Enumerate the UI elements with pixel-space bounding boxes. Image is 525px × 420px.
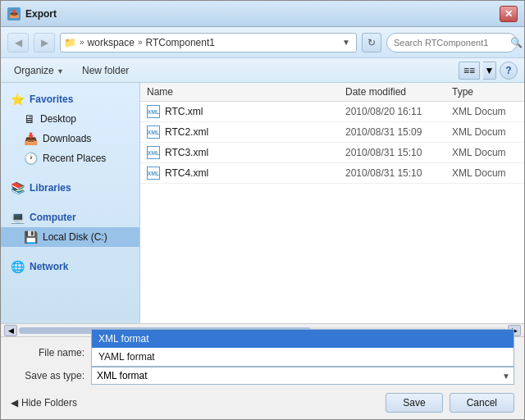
localdisk-label: Local Disk (C:) xyxy=(43,231,107,243)
sidebar-section-favorites: ⭐ Favorites 🖥 Desktop 📥 Downloads 🕐 Rece… xyxy=(1,89,139,168)
organize-label: Organize xyxy=(14,65,54,76)
file-name: RTC.xml xyxy=(165,106,345,117)
titlebar-left: 📤 Export xyxy=(7,7,57,21)
col-header-type: Type xyxy=(452,86,518,98)
savetype-dropdown-container: XML format ▼ XML format YAML format xyxy=(91,367,514,385)
recent-label: Recent Places xyxy=(43,153,106,164)
savetype-label: Save as type: xyxy=(11,370,84,381)
divider3 xyxy=(1,250,139,257)
hide-folders-button[interactable]: ◀ Hide Folders xyxy=(11,397,77,409)
hide-folders-icon: ◀ xyxy=(11,397,18,409)
cancel-button[interactable]: Cancel xyxy=(450,393,514,413)
export-dialog: 📤 Export ✕ ◀ ▶ 📁 » workspace » RTCompone… xyxy=(0,0,525,420)
hide-folders-label: Hide Folders xyxy=(21,397,77,409)
view-arrow-icon: ▼ xyxy=(485,65,495,76)
refresh-button[interactable]: ↻ xyxy=(362,33,381,52)
view-button[interactable]: ≡≡ xyxy=(459,62,480,80)
downloads-label: Downloads xyxy=(43,133,91,144)
search-icon: 🔍 xyxy=(510,37,523,48)
forward-icon: ▶ xyxy=(41,37,48,48)
sidebar-header-favorites[interactable]: ⭐ Favorites xyxy=(1,89,139,109)
forward-button[interactable]: ▶ xyxy=(34,33,55,52)
table-row[interactable]: XML RTC3.xml 2010/08/31 15:10 XML Docum xyxy=(140,143,524,163)
scroll-left-button[interactable]: ◀ xyxy=(4,325,17,336)
new-folder-button[interactable]: New folder xyxy=(75,63,135,78)
table-row[interactable]: XML RTC4.xml 2010/08/31 15:10 XML Docum xyxy=(140,163,524,184)
help-button[interactable]: ? xyxy=(500,62,518,80)
savetype-select[interactable]: XML format ▼ xyxy=(91,367,514,385)
path-component: RTComponent1 xyxy=(145,37,215,48)
computer-label: Computer xyxy=(30,212,76,223)
recent-icon: 🕐 xyxy=(24,152,38,165)
titlebar: 📤 Export ✕ xyxy=(1,1,524,27)
xml-file-icon: XML xyxy=(147,126,160,139)
xml-file-icon: XML xyxy=(147,146,160,159)
view-icon: ≡≡ xyxy=(463,65,475,76)
savetype-dropdown-menu: XML format YAML format xyxy=(91,329,514,367)
file-name: RTC3.xml xyxy=(165,147,345,158)
favorites-label: Favorites xyxy=(30,94,73,105)
sidebar-item-localdisk[interactable]: 💾 Local Disk (C:) xyxy=(1,227,139,247)
dropdown-option-yaml[interactable]: YAML format xyxy=(92,348,514,366)
sidebar-item-recent[interactable]: 🕐 Recent Places xyxy=(1,148,139,168)
file-date: 2010/08/31 15:10 xyxy=(345,147,452,158)
main-area: ⭐ Favorites 🖥 Desktop 📥 Downloads 🕐 Rece… xyxy=(1,83,524,323)
sidebar-section-libraries: 📚 Libraries xyxy=(1,178,139,198)
dropdown-option-xml[interactable]: XML format xyxy=(92,330,514,348)
table-row[interactable]: XML RTC.xml 2010/08/20 16:11 XML Docum xyxy=(140,102,524,122)
file-date: 2010/08/20 16:11 xyxy=(345,106,452,117)
search-box: 🔍 xyxy=(386,33,518,52)
savetype-arrow-icon: ▼ xyxy=(502,372,510,381)
file-name: RTC4.xml xyxy=(165,167,345,179)
sidebar-item-downloads[interactable]: 📥 Downloads xyxy=(1,129,139,148)
address-toolbar: ◀ ▶ 📁 » workspace » RTComponent1 ▼ ↻ 🔍 xyxy=(1,27,524,58)
save-button[interactable]: Save xyxy=(386,393,442,413)
organize-toolbar: Organize ▼ New folder ≡≡ ▼ ? xyxy=(1,58,524,83)
localdisk-icon: 💾 xyxy=(24,231,38,244)
filename-label: File name: xyxy=(11,347,84,358)
dialog-title: Export xyxy=(25,8,57,20)
sidebar-header-libraries[interactable]: 📚 Libraries xyxy=(1,178,139,198)
bottom-form: File name: Save as type: XML format ▼ XM… xyxy=(1,336,524,419)
path-separator1: » xyxy=(80,38,84,47)
file-list: Name Date modified Type XML RTC.xml 2010… xyxy=(140,83,524,323)
computer-icon: 💻 xyxy=(11,211,25,224)
libraries-icon: 📚 xyxy=(11,181,25,194)
desktop-label: Desktop xyxy=(40,113,76,125)
sidebar-header-network[interactable]: 🌐 Network xyxy=(1,257,139,276)
file-list-header: Name Date modified Type xyxy=(140,83,524,102)
network-icon: 🌐 xyxy=(11,260,25,273)
path-dropdown-arrow[interactable]: ▼ xyxy=(340,38,353,47)
savetype-value: XML format xyxy=(97,370,148,381)
organize-button[interactable]: Organize ▼ xyxy=(7,63,71,78)
path-folder-icon: 📁 xyxy=(64,37,76,48)
view-dropdown-button[interactable]: ▼ xyxy=(483,62,496,80)
network-label: Network xyxy=(30,261,68,272)
close-button[interactable]: ✕ xyxy=(500,6,518,22)
xml-file-icon: XML xyxy=(147,105,160,118)
favorites-icon: ⭐ xyxy=(11,93,25,106)
sidebar-section-network: 🌐 Network xyxy=(1,257,139,276)
back-button[interactable]: ◀ xyxy=(7,33,29,52)
back-icon: ◀ xyxy=(15,37,22,48)
refresh-icon: ↻ xyxy=(368,37,376,48)
button-row: ◀ Hide Folders Save Cancel xyxy=(11,390,514,413)
savetype-row: Save as type: XML format ▼ XML format YA… xyxy=(11,367,514,385)
path-separator2: » xyxy=(138,38,143,47)
file-date: 2010/08/31 15:09 xyxy=(345,126,452,138)
sidebar-item-desktop[interactable]: 🖥 Desktop xyxy=(1,109,139,129)
toolbar2-left: Organize ▼ New folder xyxy=(7,63,135,78)
file-type: XML Docum xyxy=(452,147,518,158)
xml-file-icon: XML xyxy=(147,167,160,180)
sidebar-header-computer[interactable]: 💻 Computer xyxy=(1,208,139,227)
organize-arrow-icon: ▼ xyxy=(57,67,64,75)
table-row[interactable]: XML RTC2.xml 2010/08/31 15:09 XML Docum xyxy=(140,122,524,143)
file-type: XML Docum xyxy=(452,106,518,117)
path-bar[interactable]: 📁 » workspace » RTComponent1 ▼ xyxy=(60,33,357,52)
path-workspace: workspace xyxy=(88,37,135,48)
search-input[interactable] xyxy=(394,38,507,48)
file-type: XML Docum xyxy=(452,126,518,138)
sidebar-section-computer: 💻 Computer 💾 Local Disk (C:) xyxy=(1,208,139,247)
file-date: 2010/08/31 15:10 xyxy=(345,167,452,179)
downloads-icon: 📥 xyxy=(24,132,38,145)
